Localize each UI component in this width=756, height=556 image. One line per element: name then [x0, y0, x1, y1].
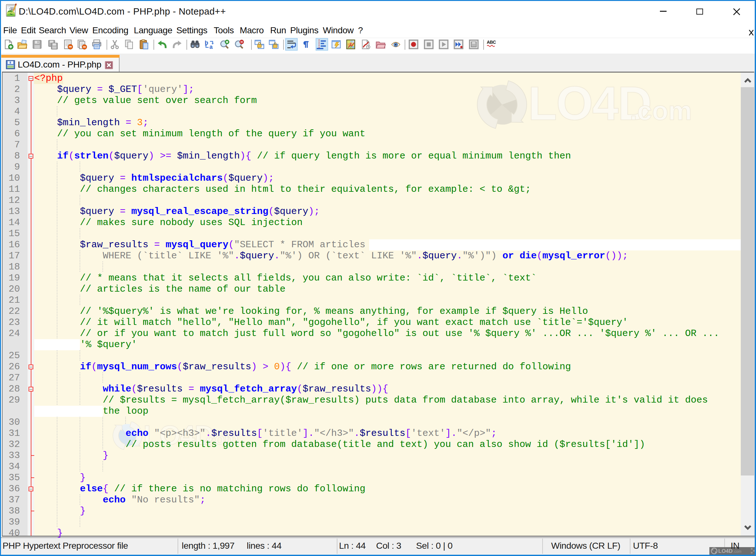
svg-text:ABC: ABC [487, 40, 496, 45]
svg-text:a: a [209, 44, 213, 50]
